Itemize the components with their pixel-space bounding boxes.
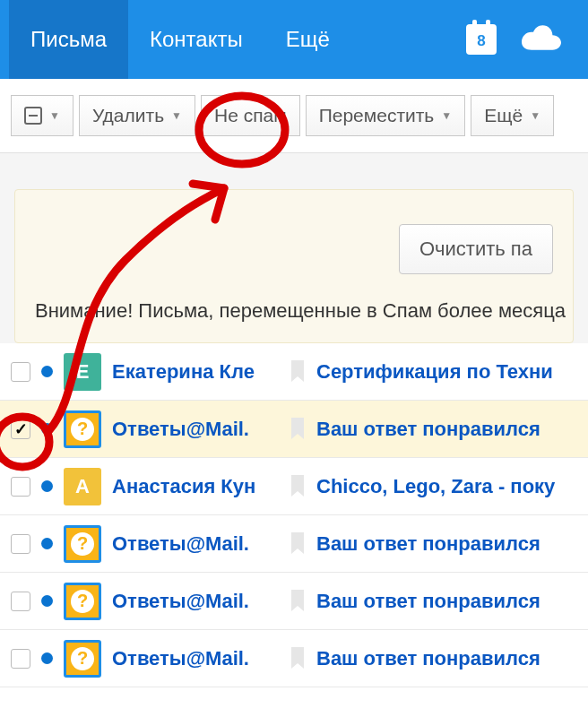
row-checkbox[interactable] [11,362,30,382]
toolbar: ▼ Удалить▼ Не спам Переместить▼ Ещё▼ [0,79,588,153]
select-all-button[interactable]: ▼ [11,95,74,136]
subject: Ваш ответ понравился [316,418,540,441]
notice-area: Очистить па Внимание! Письма, перемещенн… [0,153,588,343]
top-nav: Письма Контакты Ещё 8 [0,0,588,79]
spam-notice: Очистить па Внимание! Письма, перемещенн… [14,189,574,343]
mail-row[interactable]: ? Ответы@Mail. Ваш ответ понравился [0,401,588,458]
mail-row[interactable]: А Анастасия Кун Chicco, Lego, Zara - пок… [0,458,588,515]
subject: Сертификация по Техни [316,360,553,384]
subject: Ваш ответ понравился [316,532,540,556]
unread-dot-icon [41,366,53,377]
sender: Анастасия Кун [112,475,279,498]
sender: Екатерина Кле [112,360,279,384]
mail-row[interactable]: ? Ответы@Mail. Ваш ответ понравился [0,515,588,573]
unread-dot-icon [41,423,53,435]
sender: Ответы@Mail. [112,418,279,441]
subject: Chicco, Lego, Zara - поку [316,475,555,498]
clear-folder-button[interactable]: Очистить па [399,224,553,274]
row-checkbox[interactable] [11,419,30,439]
sender: Ответы@Mail. [112,532,279,556]
flag-icon[interactable] [290,475,306,498]
avatar: ? [64,410,101,448]
avatar: А [64,468,101,505]
avatar: Е [64,353,101,391]
sender: Ответы@Mail. [112,647,279,670]
notice-text: Внимание! Письма, перемещенные в Спам бо… [35,299,553,323]
avatar: ? [64,583,101,620]
row-checkbox[interactable] [11,477,30,497]
toolbar-more-button[interactable]: Ещё▼ [471,95,554,136]
row-checkbox[interactable] [11,592,30,611]
flag-icon[interactable] [290,647,306,670]
cloud-icon[interactable] [522,24,561,55]
nav-contacts[interactable]: Контакты [128,0,264,79]
avatar: ? [64,525,101,563]
unread-dot-icon [41,538,53,549]
mail-row[interactable]: ? Ответы@Mail. Ваш ответ понравился [0,573,588,630]
move-button[interactable]: Переместить▼ [306,95,466,136]
not-spam-button[interactable]: Не спам [201,95,300,136]
nav-more[interactable]: Ещё [264,0,351,79]
mail-row[interactable]: Е Екатерина Кле Сертификация по Техни [0,343,588,401]
delete-button[interactable]: Удалить▼ [79,95,195,136]
avatar: ? [64,640,101,678]
calendar-day: 8 [477,32,485,50]
flag-icon[interactable] [290,590,306,613]
subject: Ваш ответ понравился [316,647,540,670]
calendar-icon[interactable]: 8 [466,24,497,55]
sender: Ответы@Mail. [112,590,279,613]
nav-mail[interactable]: Письма [9,0,128,79]
unread-dot-icon [41,480,53,492]
unread-dot-icon [41,652,53,664]
row-checkbox[interactable] [11,649,30,669]
row-checkbox[interactable] [11,534,30,554]
mail-list: Е Екатерина Кле Сертификация по Техни ? … [0,343,588,687]
flag-icon[interactable] [290,360,306,384]
unread-dot-icon [41,595,53,607]
flag-icon[interactable] [290,418,306,441]
subject: Ваш ответ понравился [316,590,540,613]
flag-icon[interactable] [290,532,306,556]
mail-row[interactable]: ? Ответы@Mail. Ваш ответ понравился [0,630,588,687]
